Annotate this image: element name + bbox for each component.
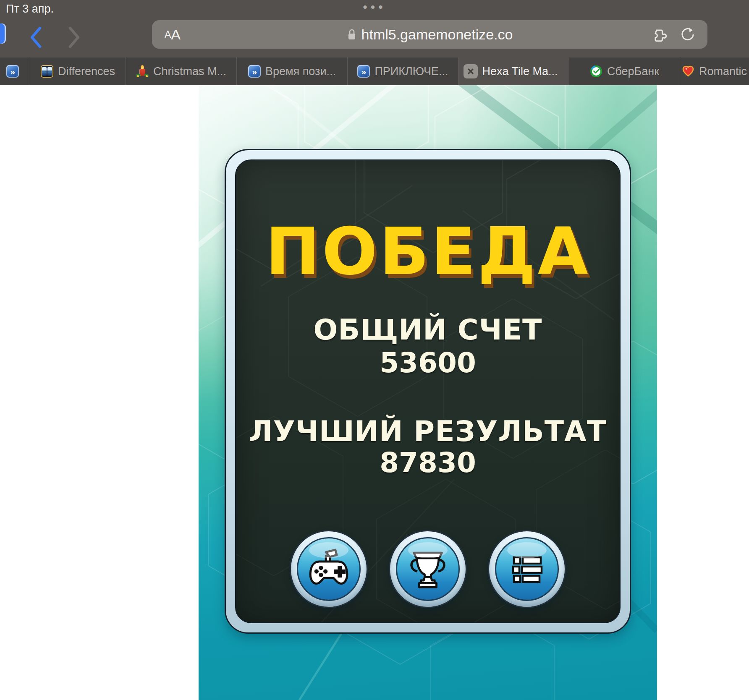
trophy-icon <box>405 546 450 592</box>
achievements-button[interactable] <box>389 530 467 608</box>
reader-a-large: A <box>171 26 181 43</box>
total-score-label: ОБЩИЙ СЧЕТ <box>236 316 620 344</box>
tab-romantic[interactable]: Romantic <box>680 57 749 85</box>
leaderboard-button-face <box>495 537 559 601</box>
tab-bar: » Differences Christmas M... » Вре <box>0 57 749 85</box>
total-score-value: 53600 <box>236 349 620 377</box>
achievements-button-face <box>396 537 460 601</box>
reader-view-button[interactable]: AA <box>165 20 181 49</box>
url-address: html5.gamemonetize.co <box>347 20 513 49</box>
win-dialog-body: ПОБЕДА ОБЩИЙ СЧЕТ 53600 ЛУЧШИЙ РЕЗУЛЬТАТ… <box>235 159 621 623</box>
reload-icon[interactable] <box>679 26 697 44</box>
tab-close-button[interactable] <box>464 64 478 78</box>
browser-chrome: Пт 3 апр. ••• AA html5.ga <box>0 0 749 85</box>
best-score-value: 87830 <box>236 449 620 477</box>
close-icon <box>467 68 474 75</box>
play-again-button[interactable] <box>290 530 368 608</box>
reader-a-small: A <box>165 29 171 40</box>
back-button[interactable] <box>28 26 44 49</box>
forward-chevrons-favicon: » <box>6 65 19 78</box>
victory-title: ПОБЕДА <box>236 219 620 284</box>
tab-partial-left[interactable]: » <box>0 57 30 85</box>
url-bar[interactable]: AA html5.gamemonetize.co <box>152 20 707 49</box>
game-canvas: ПОБЕДА ОБЩИЙ СЧЕТ 53600 ЛУЧШИЙ РЕЗУЛЬТАТ… <box>199 85 657 700</box>
forward-chevrons-favicon: » <box>357 65 370 78</box>
tab-differences[interactable]: Differences <box>30 57 126 85</box>
forward-chevrons-favicon: » <box>248 65 261 78</box>
sberbank-favicon <box>590 65 602 78</box>
win-dialog-panel: ПОБЕДА ОБЩИЙ СЧЕТ 53600 ЛУЧШИЙ РЕЗУЛЬТАТ… <box>225 149 631 634</box>
play-again-button-face <box>297 537 361 601</box>
extensions-puzzle-icon[interactable] <box>650 26 669 44</box>
forward-button[interactable] <box>66 26 82 49</box>
safari-window: Пт 3 апр. ••• AA html5.ga <box>0 0 749 700</box>
tab-priklyuche[interactable]: » ПРИКЛЮЧЕ... <box>348 57 458 85</box>
navigation-toolbar: AA html5.gamemonetize.co <box>0 17 749 57</box>
christmas-candle-favicon <box>136 65 149 78</box>
tab-label: СберБанк <box>607 65 659 78</box>
best-score-label: ЛУЧШИЙ РЕЗУЛЬТАТ <box>236 417 620 446</box>
list-icon <box>506 548 548 590</box>
gamepad-icon <box>305 546 352 593</box>
url-text: html5.gamemonetize.co <box>361 26 513 43</box>
tab-label: Christmas M... <box>153 65 226 78</box>
tab-label: ПРИКЛЮЧЕ... <box>374 65 448 78</box>
tab-vremya[interactable]: » Время пози... <box>237 57 348 85</box>
status-bar: Пт 3 апр. ••• <box>0 0 749 17</box>
tab-christmas[interactable]: Christmas M... <box>126 57 237 85</box>
heart-favicon <box>682 65 694 78</box>
tab-label: Romantic <box>699 65 747 78</box>
tab-hexa-tile-active[interactable]: Hexa Tile Ma... <box>458 57 569 85</box>
tab-label: Время пози... <box>265 65 336 78</box>
lock-icon <box>347 28 357 41</box>
window-controls-dots[interactable]: ••• <box>363 0 386 14</box>
status-date: Пт 3 апр. <box>6 3 54 16</box>
tab-label: Hexa Tile Ma... <box>482 65 558 78</box>
differences-favicon <box>41 65 53 78</box>
sidebar-icon[interactable] <box>0 24 6 44</box>
leaderboard-button[interactable] <box>488 530 566 608</box>
dialog-button-row <box>236 530 620 608</box>
tab-label: Differences <box>58 65 115 78</box>
page-content: ПОБЕДА ОБЩИЙ СЧЕТ 53600 ЛУЧШИЙ РЕЗУЛЬТАТ… <box>0 85 749 700</box>
tab-sberbank[interactable]: СберБанк <box>569 57 680 85</box>
